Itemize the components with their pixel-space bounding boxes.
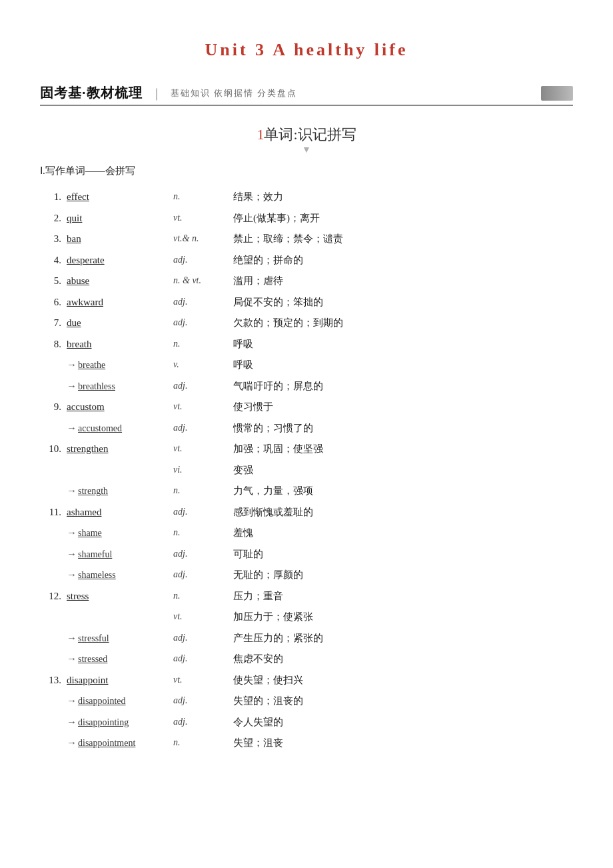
derived-pos: vt.	[171, 607, 231, 628]
derived-pos: n.	[171, 733, 231, 754]
derived-pos: adj.	[171, 691, 231, 712]
derived-word[interactable]: →disappointment	[64, 733, 171, 754]
word[interactable]: strengthen	[64, 439, 171, 460]
derived-meaning: 变强	[231, 460, 573, 481]
word[interactable]: stress	[64, 586, 171, 607]
derived-meaning: 惯常的；习惯了的	[231, 418, 573, 439]
word-pos: adj.	[171, 313, 231, 334]
derived-meaning: 气喘吁吁的；屏息的	[231, 376, 573, 397]
word-number: 9.	[40, 397, 64, 418]
word-number: 10.	[40, 439, 64, 460]
table-row: 6.awkwardadj.局促不安的；笨拙的	[40, 292, 573, 313]
derived-word[interactable]: →shame	[64, 523, 171, 544]
section-header-divider: ｜	[151, 85, 163, 101]
derived-word[interactable]: →stressed	[64, 649, 171, 670]
derived-meaning: 呼吸	[231, 355, 573, 376]
derived-meaning: 加压力于；使紧张	[231, 607, 573, 628]
derived-word[interactable]: →shameful	[64, 544, 171, 565]
table-row: 3.banvt.& n.禁止；取缔；禁令；谴责	[40, 229, 573, 250]
word-meaning: 使习惯于	[231, 397, 573, 418]
word[interactable]: effect	[64, 187, 171, 208]
word-number: 5.	[40, 271, 64, 292]
table-row: 11.ashamedadj.感到惭愧或羞耻的	[40, 502, 573, 523]
derived-word[interactable]: →strength	[64, 481, 171, 502]
table-row: 7.dueadj.欠款的；预定的；到期的	[40, 313, 573, 334]
word-meaning: 加强；巩固；使坚强	[231, 439, 573, 460]
word-meaning: 感到惭愧或羞耻的	[231, 502, 573, 523]
word-pos: n. & vt.	[171, 271, 231, 292]
derived-row: →shamelessadj.无耻的；厚颜的	[40, 565, 573, 586]
derived-meaning: 失望；沮丧	[231, 733, 573, 754]
derived-row: →breathlessadj.气喘吁吁的；屏息的	[40, 376, 573, 397]
derived-word[interactable]: →stressful	[64, 628, 171, 649]
derived-meaning: 产生压力的；紧张的	[231, 628, 573, 649]
derived-row: vi.变强	[40, 460, 573, 481]
derived-word[interactable]: →breathe	[64, 355, 171, 376]
word[interactable]: abuse	[64, 271, 171, 292]
page-title: Unit 3 A healthy life	[40, 40, 573, 60]
word[interactable]: disappoint	[64, 670, 171, 691]
table-row: 4.desperateadj.绝望的；拼命的	[40, 250, 573, 271]
table-row: 8.breathn.呼吸	[40, 334, 573, 355]
derived-word[interactable]: →disappointed	[64, 691, 171, 712]
derived-word[interactable]: →shameless	[64, 565, 171, 586]
derived-word[interactable]: →accustomed	[64, 418, 171, 439]
word[interactable]: ban	[64, 229, 171, 250]
word[interactable]: accustom	[64, 397, 171, 418]
down-arrow-icon: ▼	[302, 145, 311, 155]
derived-pos: v.	[171, 355, 231, 376]
table-row: 13.disappointvt.使失望；使扫兴	[40, 670, 573, 691]
derived-row: →strengthn.力气，力量，强项	[40, 481, 573, 502]
derived-pos: vi.	[171, 460, 231, 481]
word[interactable]: quit	[64, 208, 171, 229]
word-number: 6.	[40, 292, 64, 313]
word-meaning: 欠款的；预定的；到期的	[231, 313, 573, 334]
derived-pos: adj.	[171, 418, 231, 439]
word-pos: n.	[171, 187, 231, 208]
word-meaning: 禁止；取缔；禁令；谴责	[231, 229, 573, 250]
word-pos: vt.	[171, 670, 231, 691]
derived-word[interactable]: →breathless	[64, 376, 171, 397]
word-number: 2.	[40, 208, 64, 229]
derived-row: →stressedadj.焦虑不安的	[40, 649, 573, 670]
vocab-section-title-row: 1 单词 : 识记拼写 ▼	[40, 125, 573, 155]
word[interactable]: ashamed	[64, 502, 171, 523]
word-meaning: 停止(做某事)；离开	[231, 208, 573, 229]
word-pos: adj.	[171, 250, 231, 271]
derived-word	[64, 460, 171, 481]
word[interactable]: breath	[64, 334, 171, 355]
derived-meaning: 可耻的	[231, 544, 573, 565]
word-meaning: 结果；效力	[231, 187, 573, 208]
word-meaning: 压力；重音	[231, 586, 573, 607]
derived-pos: n.	[171, 523, 231, 544]
derived-meaning: 力气，力量，强项	[231, 481, 573, 502]
word-number: 12.	[40, 586, 64, 607]
word[interactable]: desperate	[64, 250, 171, 271]
subsection-label: Ⅰ.写作单词——会拼写	[40, 165, 573, 177]
vocab-section-number: 1	[257, 126, 264, 143]
vocab-section-title: 单词	[264, 125, 293, 145]
word-number: 1.	[40, 187, 64, 208]
word[interactable]: due	[64, 313, 171, 334]
derived-meaning: 羞愧	[231, 523, 573, 544]
word-number: 13.	[40, 670, 64, 691]
word-pos: n.	[171, 334, 231, 355]
derived-row: →shamefuladj.可耻的	[40, 544, 573, 565]
word-number: 11.	[40, 502, 64, 523]
word-pos: adj.	[171, 292, 231, 313]
derived-pos: adj.	[171, 376, 231, 397]
derived-meaning: 失望的；沮丧的	[231, 691, 573, 712]
derived-row: →accustomedadj.惯常的；习惯了的	[40, 418, 573, 439]
derived-pos: adj.	[171, 565, 231, 586]
derived-meaning: 无耻的；厚颜的	[231, 565, 573, 586]
word-number: 4.	[40, 250, 64, 271]
derived-word[interactable]: →disappointing	[64, 712, 171, 733]
derived-pos: adj.	[171, 628, 231, 649]
section-header: 固考基·教材梳理 ｜ 基础知识 依纲据情 分类盘点	[40, 84, 573, 106]
derived-row: →breathev.呼吸	[40, 355, 573, 376]
word[interactable]: awkward	[64, 292, 171, 313]
word-pos: vt.	[171, 397, 231, 418]
table-row: 10.strengthenvt.加强；巩固；使坚强	[40, 439, 573, 460]
table-row: 9.accustomvt.使习惯于	[40, 397, 573, 418]
word-meaning: 使失望；使扫兴	[231, 670, 573, 691]
